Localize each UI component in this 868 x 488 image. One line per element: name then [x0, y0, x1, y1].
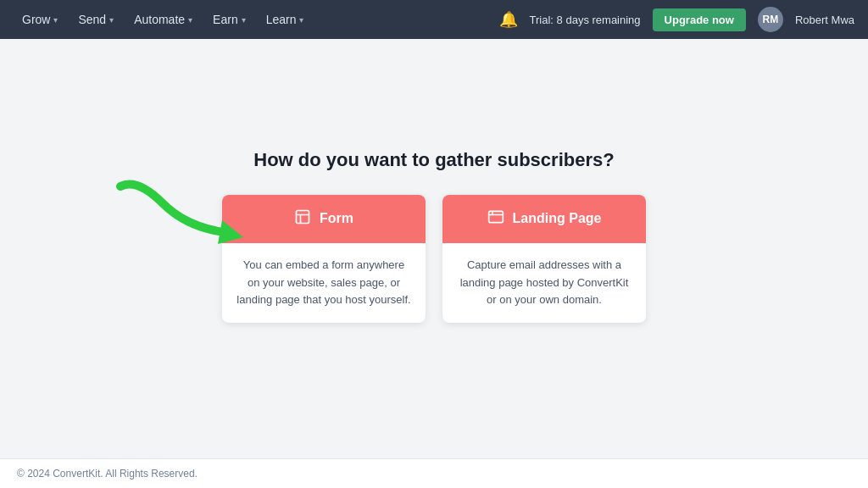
chevron-down-icon: ▾	[188, 15, 192, 25]
form-card-label: Form	[320, 211, 353, 226]
nav-automate-label: Automate	[134, 13, 185, 26]
nav-right: 🔔 Trial: 8 days remaining Upgrade now RM…	[499, 7, 854, 32]
cards-container: Form You can embed a form anywhere on yo…	[222, 195, 646, 323]
chevron-down-icon: ▾	[53, 15, 58, 25]
nav-item-send[interactable]: Send ▾	[70, 8, 122, 31]
svg-rect-1	[297, 210, 309, 223]
navbar: Grow ▾ Send ▾ Automate ▾ Earn ▾ Learn ▾ …	[0, 0, 868, 39]
page-title: How do you want to gather subscribers?	[253, 149, 614, 171]
chevron-down-icon: ▾	[109, 15, 114, 25]
nav-item-earn[interactable]: Earn ▾	[204, 8, 254, 31]
footer-text: © 2024 ConvertKit. All Rights Reserved.	[17, 468, 198, 480]
bell-icon[interactable]: 🔔	[499, 10, 518, 29]
footer: © 2024 ConvertKit. All Rights Reserved.	[0, 458, 868, 488]
form-card-description: You can embed a form anywhere on your we…	[236, 257, 412, 309]
user-name: Robert Mwa	[795, 14, 854, 26]
nav-grow-label: Grow	[22, 13, 50, 26]
landing-page-icon	[487, 208, 504, 230]
nav-learn-label: Learn	[266, 13, 297, 26]
form-card-header[interactable]: Form	[222, 195, 426, 243]
avatar: RM	[758, 7, 783, 32]
landing-page-card-description: Capture email addresses with a landing p…	[456, 257, 632, 309]
nav-earn-label: Earn	[213, 13, 238, 26]
form-card: Form You can embed a form anywhere on yo…	[222, 195, 426, 323]
form-icon	[294, 208, 311, 230]
landing-page-card: Landing Page Capture email addresses wit…	[442, 195, 646, 323]
nav-send-label: Send	[78, 13, 106, 26]
landing-page-card-body: Capture email addresses with a landing p…	[442, 243, 646, 323]
landing-page-card-label: Landing Page	[513, 211, 602, 226]
nav-item-learn[interactable]: Learn ▾	[258, 8, 313, 31]
main-content: How do you want to gather subscribers? F…	[0, 39, 868, 458]
chevron-down-icon: ▾	[299, 15, 303, 25]
nav-item-automate[interactable]: Automate ▾	[125, 8, 201, 31]
form-card-body: You can embed a form anywhere on your we…	[222, 243, 426, 323]
trial-text: Trial: 8 days remaining	[530, 14, 641, 26]
chevron-down-icon: ▾	[242, 15, 246, 25]
landing-page-card-header[interactable]: Landing Page	[442, 195, 646, 243]
upgrade-now-button[interactable]: Upgrade now	[653, 8, 746, 31]
nav-left: Grow ▾ Send ▾ Automate ▾ Earn ▾ Learn ▾	[14, 8, 312, 31]
svg-rect-4	[488, 211, 503, 222]
nav-item-grow[interactable]: Grow ▾	[14, 8, 66, 31]
